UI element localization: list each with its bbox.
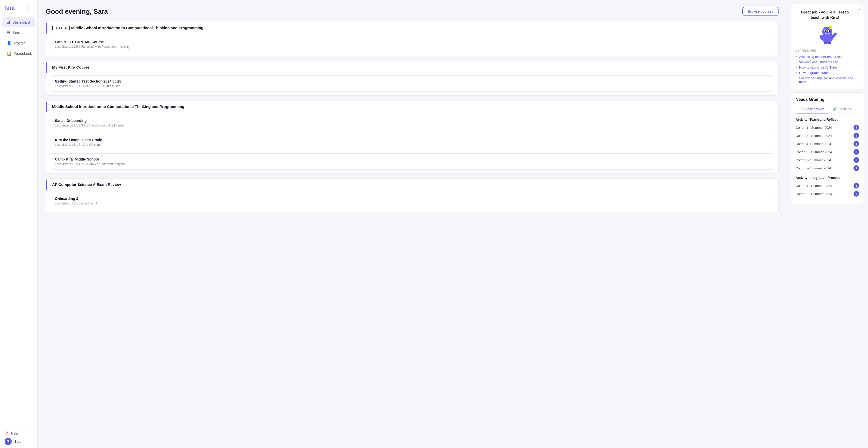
assignments-tab-icon: 📄 bbox=[800, 107, 804, 111]
course-section-my-first-kira: My First Kira CourseGetting Started Test… bbox=[46, 61, 778, 96]
grading-count-badge: 4 bbox=[854, 133, 859, 138]
sidebar-item-gradebook[interactable]: 📋 Gradebook bbox=[2, 48, 35, 59]
sidebar-item-help[interactable]: ❓ Help bbox=[5, 432, 33, 435]
section-card[interactable]: Onboarding 3 Last visited: L1.1.6 Good L… bbox=[50, 193, 774, 209]
dashboard-icon: ⊞ bbox=[7, 20, 10, 25]
mascot-area bbox=[796, 23, 859, 46]
grading-tab-assignments[interactable]: 📄 Assignments bbox=[796, 105, 828, 114]
sidebar-user[interactable]: S Sara bbox=[5, 438, 33, 445]
avatar: S bbox=[5, 438, 12, 445]
cohort-name: Cohort 1 - Summer 2024 bbox=[796, 184, 832, 188]
section-last-visited: Last visited: L3.1.1 TEACHER Curriculum … bbox=[55, 84, 769, 88]
section-card-title: Sara's Onboarding bbox=[55, 118, 769, 123]
cohort-name: Cohort 6- Summer 2024 bbox=[796, 158, 831, 162]
section-last-visited: Last visited: L3.1.3 3.1.1 Introduction … bbox=[55, 124, 769, 127]
section-card[interactable]: Camp Kira_Middle School Last visited: L2… bbox=[50, 153, 774, 170]
svg-point-10 bbox=[834, 33, 837, 36]
grading-count-badge: 6 bbox=[854, 157, 859, 163]
grading-groups: Activity: Teach and ReflectCohort 1 - Su… bbox=[796, 117, 859, 198]
learn-more-label: LEARN MORE bbox=[796, 49, 859, 52]
section-card[interactable]: Kira the Octopus' 6th Grade Last visited… bbox=[50, 134, 774, 150]
help-label: Help bbox=[11, 432, 18, 435]
section-card-title: Onboarding 3 bbox=[55, 197, 769, 201]
grading-count-badge: 1 bbox=[854, 141, 859, 146]
course-title-ap-cs: AP Computer Science A Exam Review bbox=[46, 179, 778, 190]
app-logo: kira bbox=[5, 5, 14, 11]
course-section-future-ms: [FUTURE] Middle School Introduction to C… bbox=[46, 22, 778, 56]
nav-label-roster: Roster bbox=[14, 41, 25, 45]
course-title-ms-intro: Middle School Introduction to Computatio… bbox=[46, 101, 778, 112]
grading-row[interactable]: Cohort 3 - Summer 2024 4 bbox=[796, 132, 859, 140]
cohort-name: Cohort 1 - Summer 2024 bbox=[796, 126, 832, 130]
sidebar-navigation: ⊞ Dashboard☰ Sections👤 Roster📋 Gradebook bbox=[0, 15, 37, 428]
close-welcome-button[interactable]: × bbox=[858, 7, 861, 12]
roster-icon: 👤 bbox=[7, 41, 12, 45]
courses-container: [FUTURE] Middle School Introduction to C… bbox=[46, 22, 778, 213]
grading-count-badge: 1 bbox=[854, 165, 859, 171]
sections-tab-label: Sections bbox=[838, 107, 851, 111]
cohort-name: Cohort 3 - Summer 2024 bbox=[796, 134, 832, 138]
grading-row[interactable]: Cohort 6- Summer 2024 6 bbox=[796, 156, 859, 164]
grading-row[interactable]: Cohort 4- Summer 2024 1 bbox=[796, 140, 859, 148]
svg-point-11 bbox=[824, 42, 827, 44]
activity-group: Activity: Teach and ReflectCohort 1 - Su… bbox=[796, 117, 859, 172]
section-card[interactable]: Getting Started Test Section 2024.05.28 … bbox=[50, 75, 774, 92]
section-last-visited: Last visited: L1.5.6 Functions with Para… bbox=[55, 45, 769, 48]
learn-more-links: Accessing teacher resourcesViewing what … bbox=[796, 54, 859, 84]
grading-count-badge: 3 bbox=[854, 125, 859, 130]
sidebar-item-roster[interactable]: 👤 Roster bbox=[2, 38, 35, 48]
section-card[interactable]: Sara M - FUTURE MS Course Last visited: … bbox=[50, 36, 774, 52]
learn-more-link[interactable]: How to use Kira's AI Tutor bbox=[796, 65, 859, 70]
collapse-sidebar-button[interactable]: ⊟ bbox=[26, 5, 32, 11]
course-section-ap-cs: AP Computer Science A Exam ReviewOnboard… bbox=[46, 178, 778, 213]
activity-label: Activity: Teach and Reflect bbox=[796, 117, 859, 122]
sidebar-item-sections[interactable]: ☰ Sections bbox=[2, 28, 35, 38]
sidebar-item-dashboard[interactable]: ⊞ Dashboard bbox=[2, 17, 35, 27]
welcome-title: Great job - you're all set to teach with… bbox=[796, 9, 859, 20]
course-section-ms-intro: Middle School Introduction to Computatio… bbox=[46, 101, 778, 173]
needs-grading-title: Needs Grading bbox=[796, 97, 859, 102]
user-name: Sara bbox=[14, 440, 21, 443]
grading-tab-sections[interactable]: 🔗 Sections bbox=[828, 105, 855, 114]
learn-more-link[interactable]: Section settings: locking lessons and mo… bbox=[796, 75, 859, 84]
grading-row[interactable]: Cohort 1 - Summer 2024 3 bbox=[796, 181, 859, 190]
gradebook-icon: 📋 bbox=[7, 51, 12, 56]
sidebar-footer: ❓ Help S Sara bbox=[0, 428, 37, 448]
grading-count-badge: 3 bbox=[854, 183, 859, 188]
needs-grading-card: Needs Grading 📄 Assignments🔗 Sections Ac… bbox=[791, 93, 864, 204]
grading-tabs: 📄 Assignments🔗 Sections bbox=[796, 105, 859, 114]
browse-courses-button[interactable]: Browse courses bbox=[742, 7, 778, 16]
activity-label: Activity: Integration Process bbox=[796, 176, 859, 179]
svg-point-12 bbox=[827, 42, 831, 44]
grading-count-badge: 2 bbox=[854, 149, 859, 155]
sidebar: kira ⊟ ⊞ Dashboard☰ Sections👤 Roster📋 Gr… bbox=[0, 0, 38, 448]
section-last-visited: Last visited: L1.1.6 Good Luck! bbox=[55, 202, 769, 205]
cohort-name: Cohort 4- Summer 2024 bbox=[796, 142, 831, 146]
grading-row[interactable]: Cohort 2 - Summer 2024 2 bbox=[796, 190, 859, 198]
sections-icon: ☰ bbox=[7, 30, 10, 35]
help-icon: ❓ bbox=[5, 432, 9, 435]
section-last-visited: Last visited: L1.1.5 1.1.1 Welcome! bbox=[55, 143, 769, 146]
section-last-visited: Last visited: L2.5.4 2.5.3 Draw a Code w… bbox=[55, 162, 769, 166]
right-panel: × Great job - you're all set to teach wi… bbox=[787, 0, 868, 448]
page-title: Good evening, Sara bbox=[46, 8, 108, 15]
section-card[interactable]: Sara's Onboarding Last visited: L3.1.3 3… bbox=[50, 115, 774, 131]
grading-row[interactable]: Cohort 5 - Summer 2024 2 bbox=[796, 148, 859, 156]
section-card-title: Sara M - FUTURE MS Course bbox=[55, 40, 769, 44]
grading-row[interactable]: Cohort 7- Summer 2024 1 bbox=[796, 164, 859, 172]
kira-mascot-icon bbox=[817, 23, 837, 46]
course-title-my-first-kira: My First Kira Course bbox=[46, 62, 778, 73]
cohort-name: Cohort 5 - Summer 2024 bbox=[796, 150, 832, 154]
learn-more-link[interactable]: How to grade students bbox=[796, 70, 859, 75]
main-content: Good evening, Sara Browse courses [FUTUR… bbox=[38, 0, 787, 448]
grading-count-badge: 2 bbox=[854, 191, 859, 197]
main-header: Good evening, Sara Browse courses bbox=[46, 7, 778, 16]
learn-more-link[interactable]: Viewing what students see bbox=[796, 60, 859, 65]
grading-row[interactable]: Cohort 1 - Summer 2024 3 bbox=[796, 124, 859, 132]
sidebar-logo-area: kira ⊟ bbox=[0, 0, 37, 15]
learn-more-link[interactable]: Accessing teacher resources bbox=[796, 54, 859, 60]
cohort-name: Cohort 2 - Summer 2024 bbox=[796, 192, 832, 196]
section-card-title: Kira the Octopus' 6th Grade bbox=[55, 138, 769, 142]
nav-label-gradebook: Gradebook bbox=[14, 51, 32, 56]
svg-point-4 bbox=[825, 30, 827, 32]
